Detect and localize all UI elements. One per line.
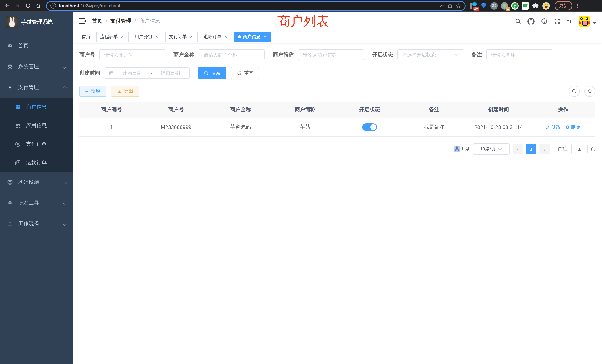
sidebar-item-infrastructure[interactable]: 基础设施	[0, 172, 73, 193]
tab-refund-order[interactable]: 退款订单×	[200, 32, 232, 42]
sidebar-item-pay-order[interactable]: 支付订单	[0, 135, 73, 153]
font-size-icon[interactable]: тT	[567, 18, 572, 24]
close-icon[interactable]: ×	[223, 34, 228, 39]
next-page-button[interactable]: ›	[539, 144, 550, 154]
chevron-down-icon	[498, 147, 502, 150]
sidebar-item-app-info[interactable]: 应用信息	[0, 116, 73, 135]
filter-create-time: 创建时间 开始日期 - 结束日期	[79, 67, 190, 79]
download-icon	[117, 89, 122, 94]
avatar-dropdown-caret-icon[interactable]	[593, 22, 596, 24]
extension-balloon-icon[interactable]	[480, 2, 487, 10]
sidebar-item-system[interactable]: 系统管理	[0, 56, 73, 77]
sidebar-item-refund-order[interactable]: 退款订单	[0, 153, 73, 172]
edit-pencil-icon	[546, 125, 550, 129]
close-icon[interactable]: ×	[154, 34, 159, 39]
sidebar-item-workflow[interactable]: 工作流程	[0, 214, 73, 234]
tab-home[interactable]: 首页	[78, 32, 94, 42]
sidebar-toggle-icon[interactable]	[79, 18, 86, 24]
site-info-icon[interactable]: i	[50, 3, 56, 9]
page-content: 商户号 商户全称 商户简称 开启状态 请选择开启状态	[73, 43, 602, 364]
sidebar-item-home[interactable]: 首页	[0, 36, 73, 56]
edit-button[interactable]: 修改	[546, 124, 561, 130]
search-button[interactable]: 搜索	[198, 67, 226, 79]
col-create-time: 创建时间	[466, 102, 531, 118]
extension-badge: 10	[473, 7, 479, 11]
extensions-puzzle-icon[interactable]	[532, 2, 539, 10]
toggle-search-button[interactable]	[569, 86, 580, 97]
refresh-table-button[interactable]	[584, 86, 595, 97]
toolbox-icon	[7, 200, 13, 206]
copy-icon	[15, 160, 21, 166]
extension-emoji-icon[interactable]	[542, 2, 550, 10]
goto-label: 前往	[558, 146, 568, 152]
tab-process-form[interactable]: 流程表单×	[96, 32, 129, 42]
filter-remark: 备注	[472, 49, 552, 60]
sidebar-item-dev-tools[interactable]: 研发工具	[0, 193, 73, 214]
sidebar-item-payment[interactable]: ¥ 支付管理	[0, 77, 73, 98]
full-name-input[interactable]	[199, 49, 265, 60]
breadcrumb-home[interactable]: 首页	[92, 18, 102, 24]
browser-back-icon[interactable]	[2, 1, 12, 10]
filter-short-name: 商户简称	[273, 49, 364, 60]
calendar-icon	[109, 70, 114, 76]
status-toggle[interactable]	[362, 123, 377, 131]
tab-user-group[interactable]: 用户分组×	[131, 32, 163, 42]
tab-pay-order[interactable]: 支付订单×	[165, 32, 198, 42]
browser-home-icon[interactable]	[33, 1, 43, 10]
github-icon[interactable]	[528, 18, 535, 25]
browser-reload-icon[interactable]	[23, 1, 33, 10]
filter-merchant-no: 商户号	[79, 49, 165, 60]
navbar: 首页 / 支付管理 / 商户信息	[73, 12, 602, 30]
reset-button[interactable]: 重置	[231, 67, 259, 79]
close-icon[interactable]: ×	[262, 34, 268, 39]
prev-page-button[interactable]: ‹	[513, 144, 523, 154]
chevron-down-icon	[63, 65, 66, 69]
yen-icon: ¥	[7, 85, 13, 90]
header-search-icon[interactable]	[515, 18, 521, 24]
password-key-icon[interactable]	[439, 3, 444, 9]
monitor-icon	[7, 179, 13, 185]
screen: i localhost:1024/pay/merchant 10 ⌘ 1	[0, 0, 602, 364]
yen-circle-icon	[15, 141, 21, 147]
tab-merchant-info[interactable]: 商户信息×	[234, 32, 271, 42]
goto-page-input[interactable]	[571, 144, 588, 154]
page-size-select[interactable]: 10条/页	[473, 143, 510, 155]
merchant-no-input[interactable]	[99, 49, 165, 60]
close-icon[interactable]: ×	[120, 34, 125, 39]
breadcrumb-payment[interactable]: 支付管理	[110, 18, 131, 24]
browser-forward-icon[interactable]	[13, 1, 22, 10]
fullscreen-icon[interactable]	[554, 18, 561, 24]
user-avatar[interactable]	[579, 16, 590, 27]
url-text[interactable]: localhost:1024/pay/merchant	[59, 3, 436, 8]
cell-full-name: 芋道源码	[208, 118, 273, 137]
export-button[interactable]: 导出	[111, 86, 139, 97]
share-icon[interactable]	[447, 3, 453, 9]
short-name-input[interactable]	[298, 49, 364, 60]
browser-menu-icon[interactable]: ⋮	[575, 2, 580, 9]
browser-toolbar: i localhost:1024/pay/merchant 10 ⌘ 1	[0, 0, 602, 12]
extension-yudao-icon[interactable]: y	[511, 2, 519, 10]
address-bar[interactable]: i localhost:1024/pay/merchant	[46, 1, 466, 11]
sidebar-item-merchant-info[interactable]: 商户信息	[0, 98, 73, 116]
date-range-picker[interactable]: 开始日期 - 结束日期	[105, 67, 190, 79]
close-icon[interactable]: ×	[189, 34, 194, 39]
chevron-down-icon	[455, 53, 458, 56]
browser-update-button[interactable]: 更新	[555, 1, 572, 10]
delete-button[interactable]: 删除	[565, 124, 580, 130]
app-logo[interactable]: 芋道管理系统	[0, 12, 73, 32]
help-icon[interactable]	[541, 18, 548, 24]
extension-tag-manager-icon[interactable]: 10	[470, 2, 477, 10]
breadcrumb: 首页 / 支付管理 / 商户信息	[92, 18, 160, 24]
extension-command-icon[interactable]: ⌘	[490, 2, 498, 10]
chevron-up-icon	[63, 86, 66, 89]
extension-recorder-icon[interactable]: 1	[501, 2, 508, 10]
page-annotation-title: 商户列表	[277, 13, 329, 30]
dashboard-icon	[7, 43, 13, 49]
remark-input[interactable]	[486, 49, 552, 60]
add-button[interactable]: + 新增	[79, 86, 106, 97]
col-merchant-index: 商户编号	[79, 102, 144, 118]
page-number-1[interactable]: 1	[526, 144, 536, 154]
bookmark-star-icon[interactable]	[456, 3, 461, 9]
extension-chat-icon[interactable]	[522, 2, 529, 10]
status-select[interactable]: 请选择开启状态	[397, 49, 463, 60]
